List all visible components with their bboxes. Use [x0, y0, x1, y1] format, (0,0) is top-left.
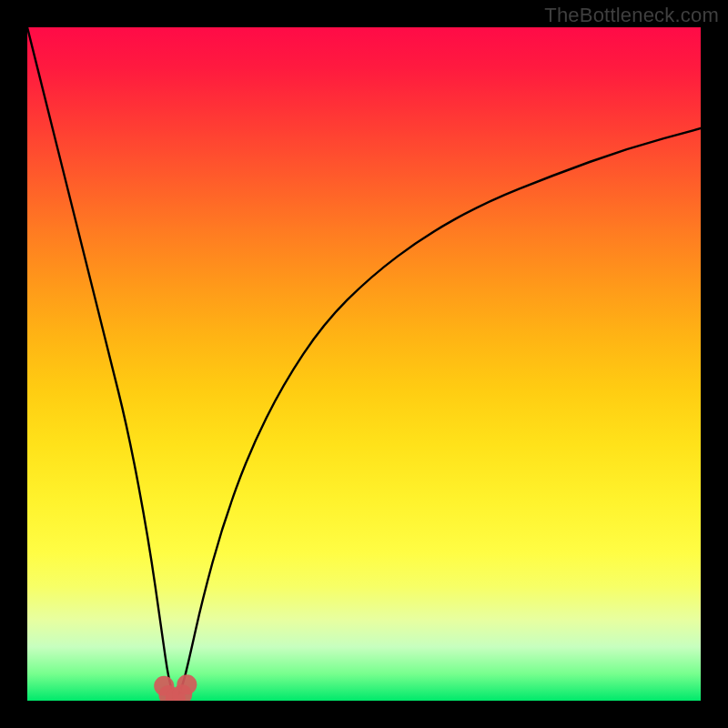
watermark-text: TheBottleneck.com: [544, 4, 719, 27]
min-marker-cluster: [154, 674, 197, 701]
outer-frame: TheBottleneck.com: [0, 0, 728, 728]
bottleneck-curve-svg: [27, 27, 701, 701]
bottleneck-curve-path: [27, 27, 701, 697]
min-marker-dot: [177, 674, 197, 694]
plot-area: [27, 27, 701, 701]
